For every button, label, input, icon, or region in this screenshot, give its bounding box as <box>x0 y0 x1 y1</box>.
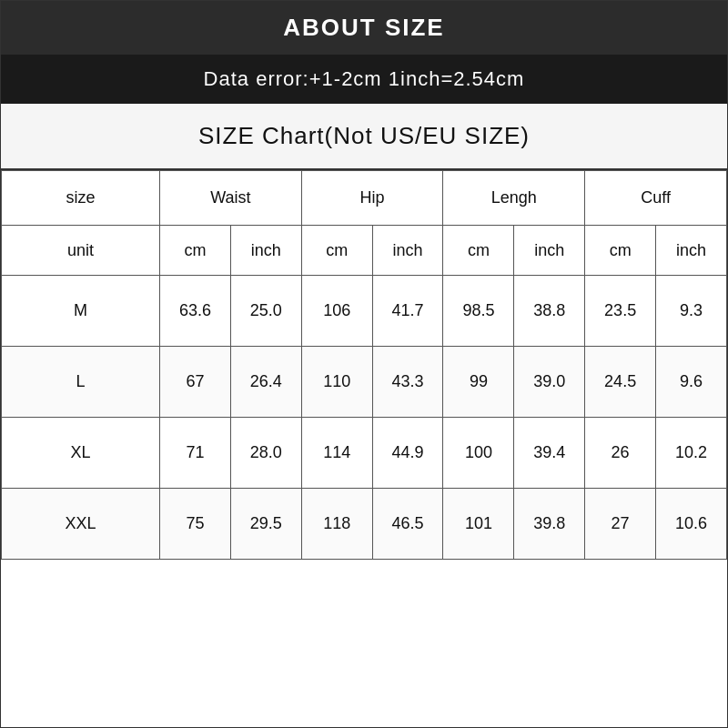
table-container: size Waist Hip Lengh Cuff unit cm inch c… <box>1 170 727 727</box>
xl-hip-cm: 114 <box>301 418 372 489</box>
subtitle-text: Data error:+1-2cm 1inch=2.54cm <box>204 67 525 90</box>
table-row: L 67 26.4 110 43.3 99 39.0 24.5 9.6 <box>2 347 727 418</box>
subtitle-section: Data error:+1-2cm 1inch=2.54cm <box>1 55 727 104</box>
size-m: M <box>2 276 160 347</box>
xl-cuff-inch: 10.2 <box>656 418 727 489</box>
header-length: Lengh <box>443 171 585 226</box>
l-length-cm: 99 <box>443 347 514 418</box>
table-header-row: size Waist Hip Lengh Cuff <box>2 171 727 226</box>
table-row: M 63.6 25.0 106 41.7 98.5 38.8 23.5 9.3 <box>2 276 727 347</box>
m-length-cm: 98.5 <box>443 276 514 347</box>
m-cuff-inch: 9.3 <box>656 276 727 347</box>
xl-hip-inch: 44.9 <box>372 418 443 489</box>
m-waist-inch: 25.0 <box>230 276 301 347</box>
xxl-waist-cm: 75 <box>160 489 231 560</box>
l-hip-cm: 110 <box>301 347 372 418</box>
unit-label: unit <box>2 226 160 276</box>
m-cuff-cm: 23.5 <box>585 276 656 347</box>
unit-waist-cm: cm <box>160 226 231 276</box>
size-xxl: XXL <box>2 489 160 560</box>
xxl-hip-inch: 46.5 <box>372 489 443 560</box>
l-waist-inch: 26.4 <box>230 347 301 418</box>
m-length-inch: 38.8 <box>514 276 585 347</box>
m-hip-inch: 41.7 <box>372 276 443 347</box>
l-hip-inch: 43.3 <box>372 347 443 418</box>
xxl-cuff-cm: 27 <box>585 489 656 560</box>
xxl-length-inch: 39.8 <box>514 489 585 560</box>
unit-hip-cm: cm <box>301 226 372 276</box>
unit-cuff-inch: inch <box>656 226 727 276</box>
xl-cuff-cm: 26 <box>585 418 656 489</box>
table-unit-row: unit cm inch cm inch cm inch cm inch <box>2 226 727 276</box>
l-length-inch: 39.0 <box>514 347 585 418</box>
xl-length-cm: 100 <box>443 418 514 489</box>
chart-label-section: SIZE Chart(Not US/EU SIZE) <box>1 104 727 170</box>
header-section: ABOUT SIZE <box>1 1 727 55</box>
page-container: ABOUT SIZE Data error:+1-2cm 1inch=2.54c… <box>0 0 728 728</box>
xl-waist-cm: 71 <box>160 418 231 489</box>
size-xl: XL <box>2 418 160 489</box>
chart-label: SIZE Chart(Not US/EU SIZE) <box>198 122 530 149</box>
xl-waist-inch: 28.0 <box>230 418 301 489</box>
m-hip-cm: 106 <box>301 276 372 347</box>
l-waist-cm: 67 <box>160 347 231 418</box>
page-title: ABOUT SIZE <box>283 14 444 41</box>
table-row: XL 71 28.0 114 44.9 100 39.4 26 10.2 <box>2 418 727 489</box>
l-cuff-inch: 9.6 <box>656 347 727 418</box>
xl-length-inch: 39.4 <box>514 418 585 489</box>
xxl-waist-inch: 29.5 <box>230 489 301 560</box>
l-cuff-cm: 24.5 <box>585 347 656 418</box>
unit-cuff-cm: cm <box>585 226 656 276</box>
header-size: size <box>2 171 160 226</box>
xxl-length-cm: 101 <box>443 489 514 560</box>
size-l: L <box>2 347 160 418</box>
size-table: size Waist Hip Lengh Cuff unit cm inch c… <box>1 170 727 560</box>
unit-length-inch: inch <box>514 226 585 276</box>
header-hip: Hip <box>301 171 443 226</box>
unit-hip-inch: inch <box>372 226 443 276</box>
table-row: XXL 75 29.5 118 46.5 101 39.8 27 10.6 <box>2 489 727 560</box>
xxl-hip-cm: 118 <box>301 489 372 560</box>
unit-length-cm: cm <box>443 226 514 276</box>
header-cuff: Cuff <box>585 171 727 226</box>
m-waist-cm: 63.6 <box>160 276 231 347</box>
header-waist: Waist <box>160 171 302 226</box>
unit-waist-inch: inch <box>230 226 301 276</box>
xxl-cuff-inch: 10.6 <box>656 489 727 560</box>
